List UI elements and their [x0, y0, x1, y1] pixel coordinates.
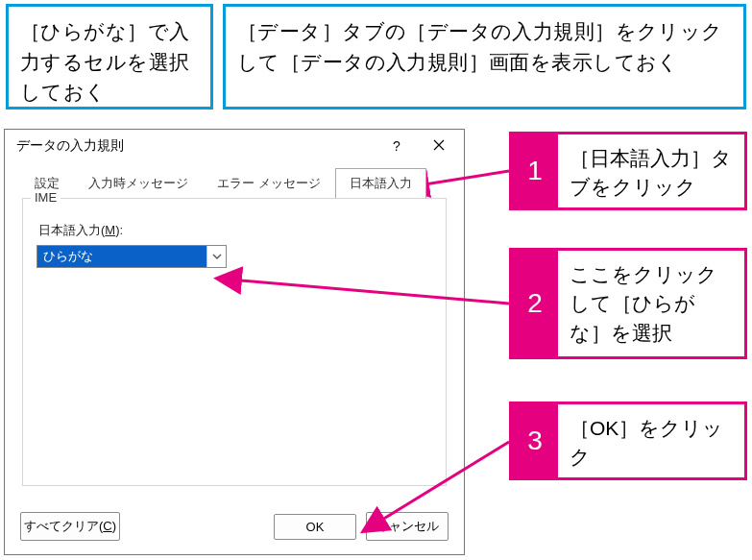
ime-mode-combobox[interactable]: ひらがな [36, 245, 227, 268]
tab-label: 設定 [35, 176, 60, 190]
combobox-value: ひらがな [37, 246, 206, 267]
tab-strip: 設定 入力時メッセージ エラー メッセージ 日本語入力 [5, 162, 464, 198]
ime-mode-label: 日本語入力(M): [38, 222, 432, 239]
ok-label: OK [306, 520, 325, 534]
ime-group: IME 日本語入力(M): ひらがな [22, 198, 447, 486]
cancel-button[interactable]: キャンセル [366, 512, 449, 541]
callout-number: 2 [512, 251, 558, 356]
instruction-text: ［データ］タブの［データの入力規則］をクリックして［データの入力規則］画面を表示… [237, 20, 723, 73]
clear-all-button[interactable]: すべてクリア(C) [20, 512, 120, 541]
dialog-title: データの入力規則 [16, 137, 376, 155]
title-bar: データの入力規則 ? [5, 130, 464, 162]
close-icon [433, 138, 445, 154]
tab-error-alert[interactable]: エラー メッセージ [203, 168, 335, 198]
tab-ime[interactable]: 日本語入力 [335, 168, 426, 198]
close-button[interactable] [418, 132, 460, 160]
ime-group-label: IME [31, 190, 61, 205]
callout-1: 1 ［日本語入力］タブをクリック [509, 132, 747, 210]
instruction-box-right: ［データ］タブの［データの入力規則］をクリックして［データの入力規則］画面を表示… [223, 4, 746, 110]
tab-input-message[interactable]: 入力時メッセージ [74, 168, 203, 198]
dialog-button-bar: すべてクリア(C) OK キャンセル [5, 512, 464, 541]
tab-label: エラー メッセージ [217, 176, 321, 190]
tab-label: 日本語入力 [350, 176, 412, 190]
data-validation-dialog: データの入力規則 ? 設定 入力時メッセージ エラー メッセージ 日本語入力 I… [4, 129, 465, 555]
help-icon: ? [393, 138, 400, 154]
chevron-down-icon [212, 250, 222, 264]
tab-label: 入力時メッセージ [88, 176, 188, 190]
callout-text: ［日本語入力］タブをクリック [558, 134, 744, 207]
callout-text: ［OK］をクリック [558, 404, 744, 477]
callout-number: 3 [512, 404, 558, 477]
ok-button[interactable]: OK [274, 514, 356, 540]
combobox-dropdown-button[interactable] [206, 246, 226, 267]
cancel-label: キャンセル [376, 519, 439, 533]
help-button[interactable]: ? [376, 132, 418, 160]
instruction-box-left: ［ひらがな］で入力するセルを選択しておく [6, 4, 213, 110]
callout-text: ここをクリックして［ひらがな］を選択 [558, 251, 744, 356]
callout-3: 3 ［OK］をクリック [509, 402, 747, 480]
callout-number: 1 [512, 134, 558, 207]
instruction-text: ［ひらがな］で入力するセルを選択しておく [20, 20, 189, 103]
callout-2: 2 ここをクリックして［ひらがな］を選択 [509, 248, 747, 359]
